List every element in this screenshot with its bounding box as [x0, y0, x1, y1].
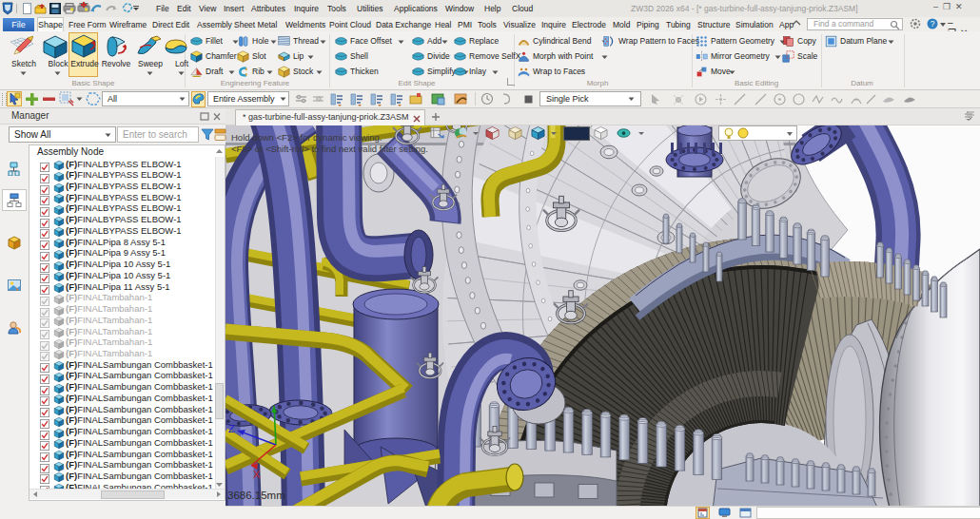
- svg-text:X: X: [253, 469, 261, 480]
- svg-text:3686.15mm: 3686.15mm: [227, 490, 285, 501]
- svg-text:?: ?: [931, 19, 935, 29]
- svg-text:Hold down <F2> for dynamic vie: Hold down <F2> for dynamic viewing.: [231, 132, 382, 143]
- svg-text:<F8> or <Shift-roll> to find n: <F8> or <Shift-roll> to find next valid …: [231, 144, 428, 154]
- svg-text:Z: Z: [228, 423, 235, 434]
